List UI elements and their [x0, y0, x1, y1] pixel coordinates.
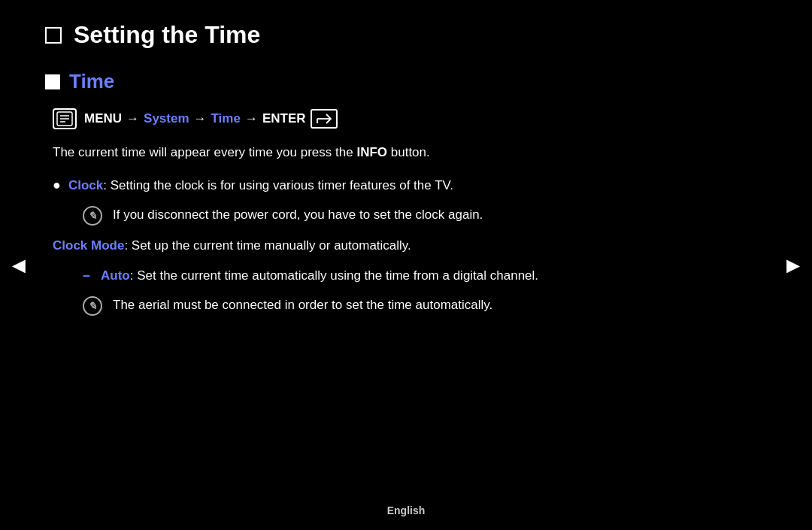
clock-label: Clock — [68, 178, 103, 192]
clock-bullet-item: ● Clock: Setting the clock is for using … — [53, 176, 752, 195]
note1-item: ✎ If you disconnect the power cord, you … — [83, 205, 752, 226]
section-header: Time — [45, 70, 752, 93]
clock-mode-label: Clock Mode — [53, 238, 124, 253]
auto-sub-bullet: – Auto: Set the current time automatical… — [83, 266, 752, 286]
menu-time: Time — [211, 111, 241, 126]
menu-arrow1: → — [126, 111, 139, 126]
auto-label: Auto — [101, 268, 130, 283]
page-title: Setting the Time — [74, 21, 260, 49]
clock-mode-text: : Set up the current time manually or au… — [124, 238, 411, 253]
clock-mode-line: Clock Mode: Set up the current time manu… — [53, 236, 752, 256]
auto-sub-text: Auto: Set the current time automatically… — [101, 266, 538, 286]
description-suffix: button. — [391, 145, 430, 159]
bullet-dot-icon: ● — [53, 177, 61, 193]
enter-icon — [311, 109, 338, 129]
description-text: The current time will appear every time … — [53, 143, 752, 162]
menu-icon — [53, 108, 77, 129]
menu-path: MENU → System → Time → ENTER — [53, 108, 752, 129]
menu-arrow2: → — [194, 111, 207, 126]
auto-text: Set the current time automatically using… — [133, 268, 538, 283]
footer-language: English — [387, 504, 426, 516]
note2-text: The aerial must be connected in order to… — [113, 295, 492, 315]
section-title: Time — [69, 70, 114, 93]
info-keyword: INFO — [356, 145, 387, 159]
sub-dash-icon: – — [83, 268, 90, 283]
note2-icon: ✎ — [83, 296, 102, 316]
menu-enter-label: ENTER — [262, 111, 306, 126]
menu-label: MENU — [84, 111, 122, 126]
note2-item: ✎ The aerial must be connected in order … — [83, 295, 752, 316]
menu-system: System — [144, 111, 189, 126]
note1-text: If you disconnect the power cord, you ha… — [113, 205, 483, 225]
description-prefix: The current time will appear every time … — [53, 145, 353, 159]
menu-arrow3: → — [245, 111, 258, 126]
footer-text: English — [387, 504, 426, 516]
note1-icon: ✎ — [83, 206, 102, 226]
section-square-icon — [45, 74, 60, 89]
page-title-container: Setting the Time — [45, 15, 752, 49]
clock-text: Setting the clock is for using various t… — [107, 178, 453, 192]
title-checkbox-icon — [45, 27, 62, 44]
clock-bullet-text: Clock: Setting the clock is for using va… — [68, 176, 453, 195]
